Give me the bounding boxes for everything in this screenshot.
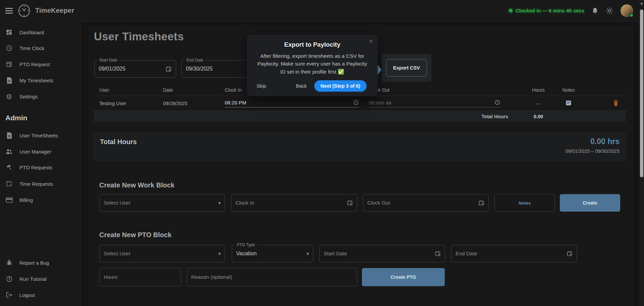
start-date-value: 09/01/2025	[99, 66, 125, 72]
logout-icon	[5, 291, 13, 299]
notifications-bell-icon[interactable]	[592, 7, 598, 14]
pto-type-select[interactable]: PTO Type Vacation ▾	[232, 245, 313, 262]
sidebar-item-label: Run Tutorial	[19, 276, 47, 282]
select-user-text: Select User	[104, 200, 130, 206]
sidebar-item-logout[interactable]: Logout	[0, 288, 80, 302]
start-date-text: Start Date	[324, 251, 347, 257]
theme-toggle-sun-icon[interactable]	[606, 7, 613, 14]
sidebar-item-time-clock[interactable]: Time Clock	[0, 41, 80, 55]
work-select-user[interactable]: Select User ▾	[99, 194, 225, 212]
bug-icon	[5, 259, 13, 266]
cell-user: Testing User	[94, 101, 158, 106]
note-icon[interactable]	[566, 100, 572, 106]
scrollbar-thumb[interactable]	[640, 9, 643, 177]
clock-in-value: 08:20 PM	[225, 100, 246, 105]
user-avatar[interactable]	[621, 4, 633, 17]
chevron-down-icon: ▾	[218, 201, 221, 205]
scrollbar[interactable]	[639, 0, 644, 306]
calendar-icon[interactable]	[347, 200, 353, 206]
sidebar-item-billing[interactable]: Billing	[0, 193, 80, 207]
calendar-icon[interactable]	[567, 251, 573, 257]
pto-end-date-field[interactable]: End Date	[451, 245, 577, 262]
close-icon[interactable]: ×	[369, 37, 373, 44]
topbar: TimeKeeper Clocked In — 6 mins 40 secs	[0, 0, 644, 21]
sidebar-item-pto-request[interactable]: PTO Request	[0, 57, 80, 71]
pto-type-label: PTO Type	[235, 243, 257, 247]
work-clock-in-field[interactable]: Clock In	[231, 194, 357, 212]
pto-start-date-field[interactable]: Start Date	[319, 245, 445, 262]
credit-card-icon	[5, 196, 13, 204]
sidebar-item-label: User TimeSheets	[19, 133, 58, 138]
clock-out-text: Clock Out	[367, 200, 390, 206]
calendar-edit-icon	[5, 180, 13, 187]
work-notes-button[interactable]: Notes	[494, 194, 555, 212]
pto-create-button[interactable]: Create PTO	[362, 268, 445, 286]
work-block-title: Create New Work Block	[99, 181, 174, 189]
pto-block-title: Create New PTO Block	[99, 231, 171, 239]
sidebar-item-label: Report a Bug	[19, 260, 49, 266]
tutorial-back-button[interactable]: Back	[296, 83, 307, 89]
pto-select-user[interactable]: Select User ▾	[99, 245, 225, 262]
chevron-down-icon: ▾	[307, 251, 309, 256]
tutorial-highlight-box: Export CSV	[382, 54, 431, 82]
calendar-icon[interactable]	[435, 251, 441, 257]
gear-icon: ⚙	[5, 93, 13, 100]
total-hours-value-hrs: 0.00 hrs	[566, 137, 620, 146]
sidebar-item-user-timesheets[interactable]: User TimeSheets	[0, 129, 80, 142]
table-row: Testing User 09/29/2025 08:20 PM hh:mm a…	[94, 96, 626, 111]
menu-icon[interactable]	[5, 8, 13, 14]
document-icon	[5, 132, 13, 139]
sidebar-item-settings[interactable]: ⚙ Settings	[0, 90, 80, 103]
pto-hours-input[interactable]: Hours	[99, 268, 181, 286]
work-create-button[interactable]: Create	[560, 194, 620, 212]
sidebar-item-report-bug[interactable]: Report a Bug	[0, 256, 80, 269]
sidebar: Dashboard Time Clock PTO Request My Time…	[0, 21, 80, 306]
column-header-date: Date	[158, 87, 221, 93]
clock-in-text: Clock In	[235, 200, 254, 206]
start-date-field[interactable]: Start Date 09/01/2025	[94, 60, 176, 78]
export-csv-button[interactable]: Export CSV	[386, 59, 427, 77]
calendar-icon	[5, 60, 13, 68]
calendar-icon[interactable]	[478, 200, 484, 206]
tutorial-body: After filtering, export timesheets as a …	[247, 52, 377, 76]
clocked-in-text: Clocked In — 6 mins 40 secs	[516, 8, 584, 13]
tutorial-skip-button[interactable]: Skip	[257, 83, 266, 89]
total-hours-card-title: Total Hours	[100, 138, 620, 146]
column-header-clock-out: Clock Out	[362, 87, 523, 93]
reason-placeholder: Reason (optional)	[191, 274, 232, 280]
sidebar-item-time-requests[interactable]: Time Requests	[0, 177, 80, 190]
sidebar-item-pto-requests[interactable]: PTO Requests	[0, 161, 80, 174]
end-date-value: 09/30/2025	[186, 66, 213, 72]
scroll-up-arrow-icon[interactable]	[640, 2, 643, 4]
tutorial-popover: × Export to Paylocity After filtering, e…	[247, 35, 377, 96]
tutorial-next-button[interactable]: Next (Step 3 of 6)	[314, 80, 367, 92]
people-icon	[5, 148, 13, 155]
pto-type-value: Vacation	[236, 251, 257, 257]
sidebar-item-label: Time Clock	[19, 45, 44, 51]
column-header-hours: Hours	[523, 87, 553, 93]
sidebar-item-my-timesheets[interactable]: My Timesheets	[0, 74, 80, 87]
status-dot-icon	[509, 9, 513, 12]
sidebar-item-label: PTO Requests	[19, 165, 52, 170]
sidebar-item-dashboard[interactable]: Dashboard	[0, 26, 80, 39]
app-name: TimeKeeper	[35, 7, 74, 14]
clock-picker-icon[interactable]	[494, 99, 500, 105]
clock-out-placeholder: hh:mm aa	[369, 100, 391, 105]
start-date-label: Start Date	[98, 58, 119, 62]
pto-reason-input[interactable]: Reason (optional)	[187, 268, 357, 286]
main-content: User Timesheets Start Date 09/01/2025 En…	[80, 21, 644, 306]
trash-icon[interactable]	[613, 100, 619, 106]
sidebar-item-label: User Manager	[19, 149, 51, 155]
select-user-text: Select User	[104, 251, 130, 257]
clock-picker-icon[interactable]	[353, 99, 359, 105]
clock-in-input[interactable]: 08:20 PM	[225, 99, 359, 107]
svg-text:?: ?	[8, 277, 10, 281]
sidebar-item-run-tutorial[interactable]: ? Run Tutorial	[0, 272, 80, 286]
sidebar-item-user-manager[interactable]: User Manager	[0, 145, 80, 158]
beach-umbrella-icon	[5, 164, 13, 171]
table-total-row: Total Hours 0.00	[94, 111, 626, 122]
sidebar-item-label: My Timesheets	[19, 78, 53, 83]
work-clock-out-field[interactable]: Clock Out	[363, 194, 489, 212]
calendar-icon[interactable]	[165, 66, 172, 72]
clock-out-input[interactable]: hh:mm aa	[369, 99, 500, 107]
